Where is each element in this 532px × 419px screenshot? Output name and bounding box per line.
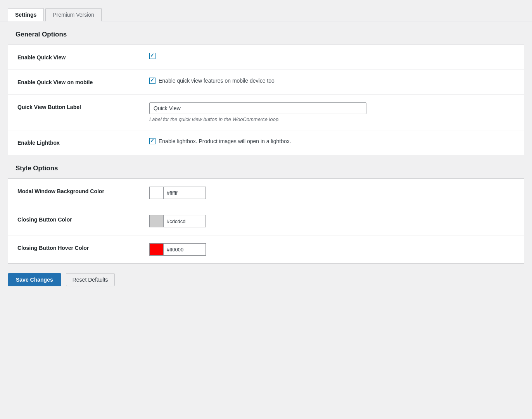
color-swatch-closing-btn[interactable] [149, 215, 163, 227]
color-swatch-modal-bg[interactable] [149, 187, 163, 199]
row-enable-lightbox: Enable Lightbox Enable lightbox. Product… [8, 130, 524, 155]
page-wrapper: Settings Premium Version General Options… [0, 0, 532, 419]
label-closing-button-color: Closing Button Color [17, 215, 149, 224]
color-picker-closing-btn-hover [149, 243, 206, 256]
color-swatch-closing-btn-hover[interactable] [149, 243, 163, 256]
row-enable-quick-view-mobile: Enable Quick View on mobile Enable quick… [8, 70, 524, 95]
checkbox-row-quick-view [149, 53, 155, 59]
row-closing-button-color: Closing Button Color [8, 207, 524, 235]
tab-premium-version[interactable]: Premium Version [45, 8, 102, 21]
control-enable-lightbox: Enable lightbox. Product images will ope… [149, 138, 515, 144]
checkbox-label-lightbox: Enable lightbox. Product images will ope… [159, 138, 291, 144]
checkbox-enable-lightbox[interactable] [149, 138, 155, 144]
checkbox-row-lightbox: Enable lightbox. Product images will ope… [149, 138, 291, 144]
control-enable-quick-view [149, 53, 515, 59]
control-quick-view-button-label: Label for the quick view button in the W… [149, 102, 515, 122]
general-options-table: Enable Quick View Enable Quick View on m… [8, 45, 524, 155]
row-closing-button-hover-color: Closing Button Hover Color [8, 235, 524, 263]
row-modal-bg-color: Modal Window Background Color [8, 179, 524, 207]
label-modal-bg-color: Modal Window Background Color [17, 187, 149, 196]
control-enable-quick-view-mobile: Enable quick view features on mobile dev… [149, 78, 515, 84]
tab-settings[interactable]: Settings [8, 8, 44, 21]
label-enable-lightbox: Enable Lightbox [17, 138, 149, 147]
color-picker-closing-btn [149, 215, 206, 227]
color-hex-input-closing-btn[interactable] [163, 215, 206, 227]
control-closing-button-color [149, 215, 515, 227]
description-quick-view-button-label: Label for the quick view button in the W… [149, 116, 280, 122]
button-row: Save Changes Reset Defaults [8, 264, 524, 286]
label-closing-button-hover-color: Closing Button Hover Color [17, 243, 149, 252]
color-picker-modal-bg [149, 187, 206, 199]
control-closing-button-hover-color [149, 243, 515, 256]
reset-defaults-button[interactable]: Reset Defaults [66, 273, 115, 286]
style-options-table: Modal Window Background Color Closing Bu… [8, 178, 524, 264]
checkbox-enable-quick-view-mobile[interactable] [149, 78, 155, 84]
color-hex-input-closing-btn-hover[interactable] [163, 243, 206, 256]
color-hex-input-modal-bg[interactable] [163, 187, 206, 199]
general-options-heading: General Options [8, 21, 524, 45]
checkbox-enable-quick-view[interactable] [149, 53, 155, 59]
input-quick-view-button-label[interactable] [149, 102, 366, 114]
row-quick-view-button-label: Quick View Button Label Label for the qu… [8, 95, 524, 130]
content-area: General Options Enable Quick View Enable… [0, 21, 532, 302]
style-options-heading: Style Options [8, 155, 524, 178]
checkbox-row-quick-view-mobile: Enable quick view features on mobile dev… [149, 78, 275, 84]
save-changes-button[interactable]: Save Changes [8, 273, 61, 286]
control-modal-bg-color [149, 187, 515, 199]
label-quick-view-button-label: Quick View Button Label [17, 102, 149, 111]
row-enable-quick-view: Enable Quick View [8, 45, 524, 70]
label-enable-quick-view-mobile: Enable Quick View on mobile [17, 78, 149, 87]
label-enable-quick-view: Enable Quick View [17, 53, 149, 62]
checkbox-label-quick-view-mobile: Enable quick view features on mobile dev… [159, 78, 275, 84]
tabs-bar: Settings Premium Version [0, 0, 532, 21]
